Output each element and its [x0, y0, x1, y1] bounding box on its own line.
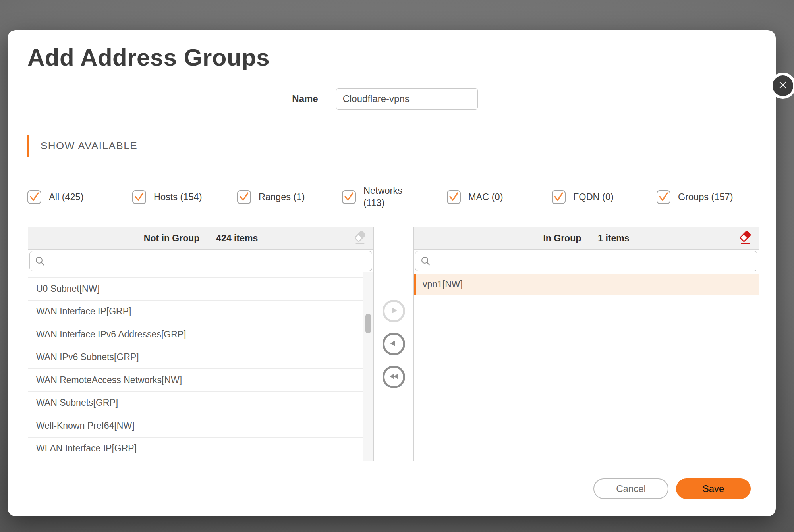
- show-available-header: SHOW AVAILABLE: [27, 135, 137, 157]
- move-all-left-button[interactable]: [383, 366, 405, 388]
- checkmark-icon: [28, 190, 41, 204]
- filter-checkbox-mac[interactable]: [447, 190, 461, 204]
- partial-row: [28, 272, 363, 278]
- close-button[interactable]: [770, 73, 794, 99]
- in-group-search-input[interactable]: [415, 251, 757, 271]
- arrow-right-icon: [388, 305, 400, 318]
- list-item[interactable]: WAN RemoteAccess Networks[NW]: [28, 369, 363, 392]
- filter-label-fqdn: FQDN (0): [573, 191, 614, 203]
- section-accent-bar: [27, 135, 29, 157]
- list-item[interactable]: WAN Interface IP[GRP]: [28, 301, 363, 324]
- in-group-title: In Group: [543, 233, 581, 244]
- in-group-count: 1 items: [598, 233, 629, 244]
- clear-not-in-group-button[interactable]: [354, 232, 367, 245]
- filter-checkbox-fqdn[interactable]: [552, 190, 566, 204]
- not-in-group-search-input[interactable]: [29, 251, 372, 271]
- filter-item-fqdn: FQDN (0): [552, 190, 657, 204]
- move-right-button[interactable]: [383, 300, 405, 322]
- in-group-list: vpn1[NW]: [414, 272, 759, 461]
- filter-label-hosts: Hosts (154): [154, 191, 202, 203]
- in-group-search: [415, 251, 757, 271]
- transfer-buttons: [374, 227, 413, 461]
- dialog-footer: Cancel Save: [593, 478, 751, 499]
- clear-in-group-button[interactable]: [739, 232, 752, 245]
- filter-label-groups: Groups (157): [678, 191, 733, 203]
- checkmark-icon: [447, 190, 460, 204]
- in-group-panel: In Group 1 items: [413, 227, 759, 461]
- filter-label-networks: Networks (113): [363, 185, 410, 209]
- filter-checkbox-networks[interactable]: [342, 190, 356, 204]
- checkmark-icon: [342, 190, 355, 204]
- add-address-groups-dialog: Add Address Groups Name SHOW AVAILABLE A…: [8, 30, 776, 516]
- filter-label-mac: MAC (0): [468, 191, 503, 203]
- filter-checkbox-hosts[interactable]: [132, 190, 146, 204]
- arrow-left-icon: [388, 337, 400, 351]
- not-in-group-search: [29, 251, 372, 271]
- type-filter-row: All (425) Hosts (154) Ranges (1): [27, 177, 764, 217]
- list-item[interactable]: WAN IPv6 Subnets[GRP]: [28, 346, 363, 369]
- checkmark-icon: [657, 190, 670, 204]
- search-icon: [421, 256, 431, 268]
- checkmark-icon: [133, 190, 146, 204]
- checkmark-icon: [238, 190, 251, 204]
- filter-checkbox-all[interactable]: [27, 190, 41, 204]
- not-in-group-title: Not in Group: [144, 233, 200, 244]
- name-input[interactable]: [336, 88, 478, 110]
- filter-label-all: All (425): [49, 191, 84, 203]
- filter-item-all: All (425): [27, 190, 132, 204]
- cancel-button[interactable]: Cancel: [593, 478, 668, 499]
- list-item-selected[interactable]: vpn1[NW]: [414, 274, 759, 295]
- filter-checkbox-ranges[interactable]: [237, 190, 251, 204]
- not-in-group-header: Not in Group 424 items: [28, 227, 373, 250]
- double-arrow-left-icon: [388, 370, 400, 384]
- not-in-group-count: 424 items: [216, 233, 258, 244]
- name-row: Name: [1, 88, 769, 110]
- transfer-panels: Not in Group 424 items: [28, 227, 759, 461]
- name-label: Name: [292, 93, 318, 104]
- page-title: Add Address Groups: [27, 44, 270, 71]
- list-item[interactable]: WLAN Interface IP[GRP]: [28, 438, 363, 461]
- in-group-header: In Group 1 items: [414, 227, 759, 250]
- scrollbar-track[interactable]: [363, 272, 373, 461]
- eraser-icon: [739, 231, 752, 246]
- filter-item-hosts: Hosts (154): [132, 190, 237, 204]
- list-item[interactable]: Well-Known Pref64[NW]: [28, 414, 363, 438]
- filter-item-mac: MAC (0): [447, 190, 552, 204]
- search-icon: [35, 256, 45, 268]
- move-left-button[interactable]: [383, 333, 405, 355]
- filter-label-ranges: Ranges (1): [259, 191, 305, 203]
- close-icon: [778, 80, 788, 92]
- list-item[interactable]: WAN Subnets[GRP]: [28, 392, 363, 415]
- not-in-group-panel: Not in Group 424 items: [28, 227, 374, 461]
- filter-checkbox-groups[interactable]: [657, 190, 670, 204]
- not-in-group-list: U0 Subnet[NW] WAN Interface IP[GRP] WAN …: [28, 272, 373, 461]
- filter-item-networks: Networks (113): [342, 185, 447, 209]
- list-item[interactable]: U0 Subnet[NW]: [28, 278, 363, 301]
- scrollbar-thumb[interactable]: [365, 314, 371, 333]
- eraser-icon: [354, 231, 367, 246]
- checkmark-icon: [552, 190, 565, 204]
- save-button[interactable]: Save: [676, 478, 751, 499]
- filter-item-groups: Groups (157): [657, 190, 733, 204]
- filter-item-ranges: Ranges (1): [237, 190, 342, 204]
- show-available-label: SHOW AVAILABLE: [41, 140, 137, 152]
- list-item[interactable]: WAN Interface IPv6 Addresses[GRP]: [28, 323, 363, 346]
